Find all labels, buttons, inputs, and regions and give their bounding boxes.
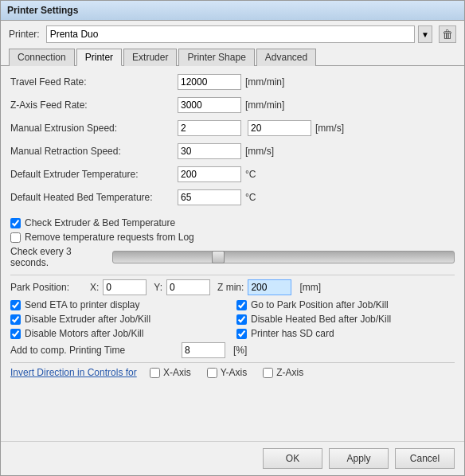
- park-z-input[interactable]: [248, 279, 291, 295]
- invert-direction-label: Invert Direction in Controls for: [10, 367, 142, 378]
- divider-1: [10, 275, 455, 275]
- park-zmin-label: Z min:: [217, 282, 244, 293]
- title-bar: Printer Settings: [1, 1, 464, 21]
- travel-feed-rate-input[interactable]: [178, 74, 241, 90]
- invert-direction-row: Invert Direction in Controls for X-Axis …: [10, 367, 455, 378]
- delete-printer-button[interactable]: 🗑: [439, 25, 456, 43]
- printer-label: Printer:: [9, 29, 40, 40]
- check-extruder-bed-row: Check Extruder & Bed Temperature: [10, 217, 455, 228]
- y-axis-checkbox[interactable]: [207, 368, 217, 378]
- park-y-label: Y:: [154, 282, 162, 293]
- disable-extruder-col: Disable Extruder after Job/Kill: [10, 314, 229, 325]
- z-axis-group: Z-Axis: [263, 367, 303, 378]
- disable-motors-col: Disable Motors after Job/Kill: [10, 328, 229, 339]
- tab-printer-shape[interactable]: Printer Shape: [178, 49, 254, 66]
- cancel-button[interactable]: Cancel: [395, 448, 455, 469]
- z-axis-label: Z-Axis: [276, 367, 303, 378]
- go-to-park-col: Go to Park Position after Job/Kill: [236, 299, 455, 310]
- default-bed-temp-input[interactable]: [178, 189, 241, 205]
- manual-retraction-speed-unit: [mm/s]: [245, 146, 274, 157]
- y-axis-group: Y-Axis: [207, 367, 248, 378]
- printer-has-sd-checkbox[interactable]: [236, 329, 247, 339]
- go-to-park-label: Go to Park Position after Job/Kill: [251, 299, 389, 310]
- divider-2: [10, 362, 455, 363]
- manual-extrusion-speed-input1[interactable]: [178, 120, 241, 136]
- park-unit: [mm]: [299, 282, 321, 293]
- add-comp-time-row: Add to comp. Printing Time [%]: [10, 342, 455, 358]
- z-axis-checkbox[interactable]: [263, 368, 273, 378]
- tab-content: Travel Feed Rate: [mm/min] Z-Axis Feed R…: [1, 66, 464, 441]
- z-axis-feed-rate-unit: [mm/min]: [245, 99, 284, 111]
- go-to-park-checkbox[interactable]: [236, 300, 247, 310]
- check-interval-label: Check every 3 seconds.: [10, 246, 106, 268]
- ok-button[interactable]: OK: [263, 448, 322, 469]
- check-extruder-bed-label: Check Extruder & Bed Temperature: [25, 217, 175, 228]
- printer-select[interactable]: Prenta Duo: [46, 25, 415, 43]
- tabs-bar: Connection Printer Extruder Printer Shap…: [1, 48, 464, 66]
- tab-extruder[interactable]: Extruder: [123, 49, 177, 66]
- send-eta-checkbox[interactable]: [10, 300, 21, 310]
- z-axis-feed-rate-label: Z-Axis Feed Rate:: [10, 99, 178, 111]
- default-bed-temp-row: Default Heated Bed Temperature: °C: [10, 188, 455, 207]
- check-interval-slider[interactable]: [112, 251, 455, 263]
- manual-extrusion-speed-unit: [mm/s]: [315, 123, 344, 134]
- tab-printer[interactable]: Printer: [76, 49, 122, 66]
- add-comp-time-input[interactable]: [182, 342, 225, 358]
- park-position-row: Park Position: X: Y: Z min: [mm]: [10, 279, 455, 295]
- remove-temp-requests-label: Remove temperature requests from Log: [25, 232, 194, 243]
- default-extruder-temp-row: Default Extruder Temperature: °C: [10, 165, 455, 184]
- footer: OK Apply Cancel: [1, 441, 464, 475]
- add-comp-time-unit: [%]: [233, 345, 247, 356]
- remove-temp-requests-row: Remove temperature requests from Log: [10, 232, 455, 243]
- x-axis-checkbox[interactable]: [150, 368, 160, 378]
- x-axis-label: X-Axis: [163, 367, 191, 378]
- travel-feed-rate-label: Travel Feed Rate:: [10, 76, 178, 88]
- chevron-down-icon: ▼: [421, 30, 429, 39]
- x-axis-group: X-Axis: [150, 367, 191, 378]
- manual-retraction-speed-row: Manual Retraction Speed: [mm/s]: [10, 142, 455, 161]
- default-extruder-temp-label: Default Extruder Temperature:: [10, 169, 178, 180]
- default-extruder-temp-input[interactable]: [178, 166, 241, 182]
- park-y-input[interactable]: [166, 279, 210, 295]
- manual-extrusion-speed-input2[interactable]: [248, 120, 311, 136]
- default-extruder-temp-unit: °C: [245, 169, 256, 180]
- disable-motors-label: Disable Motors after Job/Kill: [25, 328, 143, 339]
- tab-connection[interactable]: Connection: [9, 49, 75, 66]
- tab-advanced[interactable]: Advanced: [256, 49, 316, 66]
- disable-heated-bed-checkbox[interactable]: [236, 314, 247, 325]
- apply-button[interactable]: Apply: [329, 448, 389, 469]
- z-axis-feed-rate-row: Z-Axis Feed Rate: [mm/min]: [10, 96, 455, 115]
- printer-has-sd-label: Printer has SD card: [251, 328, 334, 339]
- disable-extruder-checkbox[interactable]: [10, 314, 21, 325]
- default-bed-temp-unit: °C: [245, 192, 256, 203]
- printer-select-wrapper: Prenta Duo ▼: [46, 25, 432, 43]
- remove-temp-requests-checkbox[interactable]: [10, 232, 21, 243]
- disable-motors-sd-card-row: Disable Motors after Job/Kill Printer ha…: [10, 328, 455, 339]
- printer-settings-window: Printer Settings Printer: Prenta Duo ▼ 🗑…: [0, 0, 465, 476]
- check-extruder-bed-checkbox[interactable]: [10, 218, 21, 228]
- disable-extruder-label: Disable Extruder after Job/Kill: [25, 314, 150, 325]
- add-comp-time-label: Add to comp. Printing Time: [10, 345, 178, 356]
- printer-row: Printer: Prenta Duo ▼ 🗑: [1, 21, 464, 48]
- send-eta-label: Send ETA to printer display: [25, 299, 140, 310]
- window-title: Printer Settings: [7, 5, 78, 16]
- printer-dropdown-arrow[interactable]: ▼: [418, 25, 432, 43]
- disable-heated-bed-label: Disable Heated Bed after Job/Kill: [251, 314, 391, 325]
- trash-icon: 🗑: [442, 28, 453, 41]
- y-axis-label: Y-Axis: [221, 367, 248, 378]
- disable-motors-checkbox[interactable]: [10, 329, 21, 339]
- manual-retraction-speed-input[interactable]: [178, 143, 241, 159]
- printer-has-sd-col: Printer has SD card: [236, 328, 455, 339]
- disable-extruder-disable-bed-row: Disable Extruder after Job/Kill Disable …: [10, 314, 455, 325]
- z-axis-feed-rate-input[interactable]: [178, 97, 241, 113]
- manual-retraction-speed-label: Manual Retraction Speed:: [10, 146, 178, 157]
- manual-extrusion-speed-row: Manual Extrusion Speed: [mm/s]: [10, 119, 455, 138]
- disable-heated-bed-col: Disable Heated Bed after Job/Kill: [236, 314, 455, 325]
- send-eta-col: Send ETA to printer display: [10, 299, 229, 310]
- park-x-label: X:: [90, 282, 99, 293]
- manual-extrusion-speed-label: Manual Extrusion Speed:: [10, 123, 178, 134]
- park-x-input[interactable]: [103, 279, 147, 295]
- check-interval-slider-row: Check every 3 seconds.: [10, 246, 455, 268]
- default-bed-temp-label: Default Heated Bed Temperature:: [10, 192, 178, 203]
- park-position-label: Park Position:: [10, 282, 86, 293]
